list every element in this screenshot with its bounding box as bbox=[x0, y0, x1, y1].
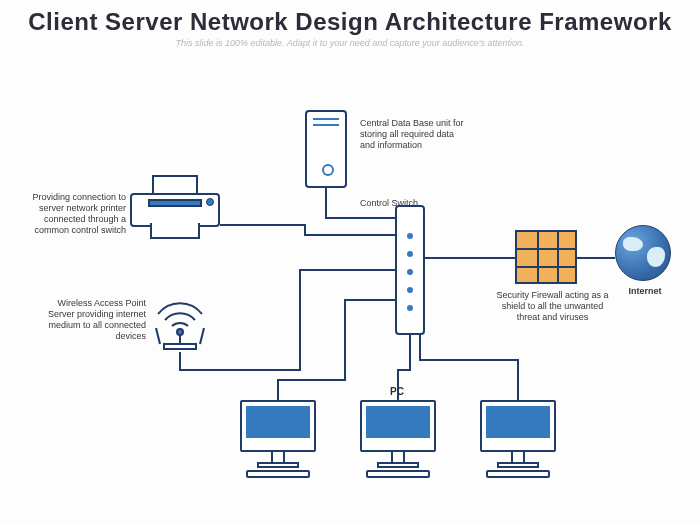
switch-icon bbox=[395, 205, 425, 335]
firewall-label: Security Firewall acting as a shield to … bbox=[490, 290, 615, 323]
switch-label: Control Switch bbox=[360, 198, 440, 209]
firewall-icon bbox=[515, 230, 577, 284]
pc-label: PC bbox=[390, 386, 404, 397]
printer-label: Providing connection to server network p… bbox=[18, 192, 126, 236]
svg-line-4 bbox=[200, 328, 204, 344]
pc-icon bbox=[240, 400, 316, 478]
svg-rect-2 bbox=[164, 344, 196, 349]
globe-icon bbox=[615, 225, 671, 281]
connection-lines bbox=[0, 0, 700, 525]
server-icon bbox=[305, 110, 347, 188]
wifi-label: Wireless Access Point Server providing i… bbox=[36, 298, 146, 342]
printer-icon bbox=[130, 175, 220, 245]
internet-label: Internet bbox=[620, 286, 670, 297]
svg-line-3 bbox=[156, 328, 160, 344]
wifi-icon bbox=[150, 300, 210, 350]
pc-icon bbox=[480, 400, 556, 478]
server-label: Central Data Base unit for storing all r… bbox=[360, 118, 470, 151]
diagram-stage: Providing connection to server network p… bbox=[0, 0, 700, 525]
pc-icon bbox=[360, 400, 436, 478]
